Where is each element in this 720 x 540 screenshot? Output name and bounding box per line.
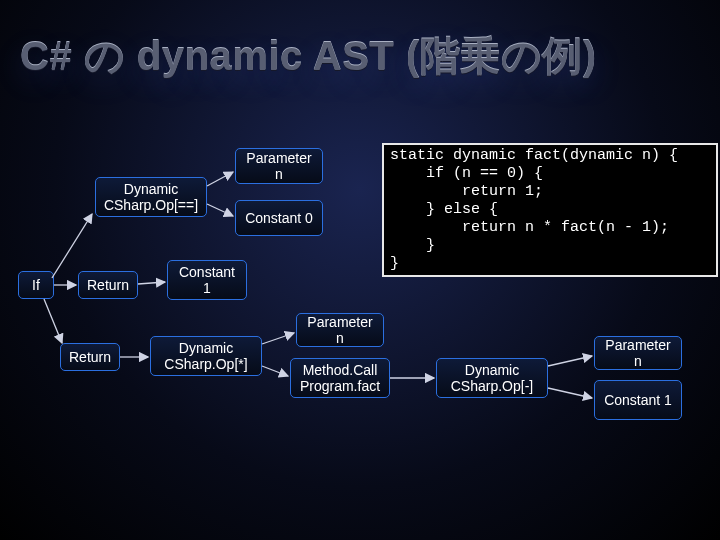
node-param-n-3: Parameter n [594, 336, 682, 370]
node-const-1-a: Constant 1 [167, 260, 247, 300]
slide-title: C# の dynamic AST (階乗の例) [20, 33, 700, 79]
node-call: Method.Call Program.fact [290, 358, 390, 398]
svg-line-8 [262, 366, 288, 376]
node-const-1-b: Constant 1 [594, 380, 682, 420]
svg-line-7 [262, 333, 294, 344]
svg-line-0 [52, 214, 92, 278]
node-const-0: Constant 0 [235, 200, 323, 236]
code-sample: static dynamic fact(dynamic n) { if (n =… [382, 143, 718, 277]
svg-line-4 [207, 204, 233, 216]
svg-line-2 [44, 299, 62, 343]
node-sub: Dynamic CSharp.Op[-] [436, 358, 548, 398]
svg-line-5 [138, 282, 165, 284]
node-eq: Dynamic CSharp.Op[==] [95, 177, 207, 217]
node-param-n-1: Parameter n [235, 148, 323, 184]
svg-line-11 [548, 388, 592, 398]
svg-line-3 [207, 172, 233, 186]
node-return-1: Return [78, 271, 138, 299]
node-mul: Dynamic CSharp.Op[*] [150, 336, 262, 376]
node-if: If [18, 271, 54, 299]
svg-line-10 [548, 356, 592, 366]
node-return-2: Return [60, 343, 120, 371]
node-param-n-2: Parameter n [296, 313, 384, 347]
